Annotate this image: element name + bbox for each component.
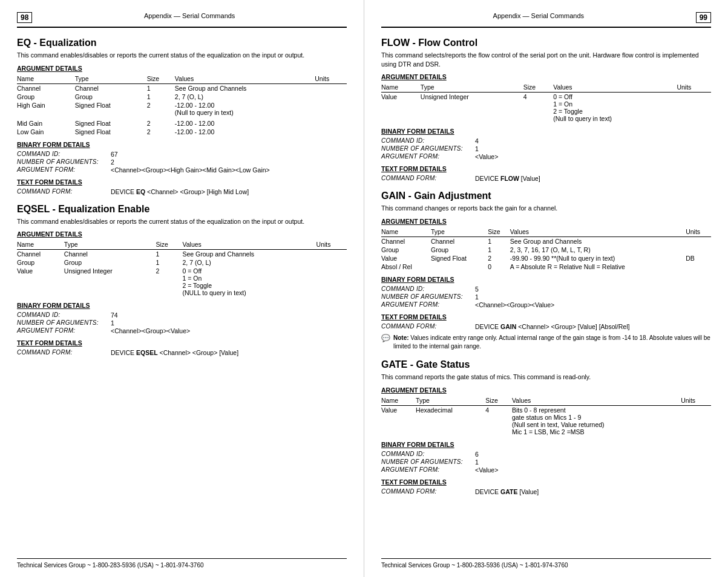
- eq-section: EQ - Equalization This command enables/d…: [17, 37, 347, 195]
- table-row: Value Signed Float 2 -99.90 - 99.90 **(N…: [381, 254, 711, 262]
- gate-arg-label: ARGUMENT DETAILS: [381, 386, 711, 394]
- eq-title: EQ - Equalization: [17, 37, 347, 48]
- flow-text-details: Command Form: DEVICE FLOW [Value]: [381, 175, 711, 182]
- eqsel-desc: This command enables/disables or reports…: [17, 217, 347, 226]
- right-header-title: Appendix — Serial Commands: [387, 12, 690, 19]
- gate-binary-details: Command ID: 6 Number of Arguments: 1 Arg…: [381, 451, 711, 474]
- page-left: 98 Appendix — Serial Commands EQ - Equal…: [0, 0, 364, 577]
- table-row: Group Group 1 2, 7 (O, L): [17, 93, 347, 101]
- eq-th-values: Values: [175, 74, 315, 84]
- flow-arg-label: ARGUMENT DETAILS: [381, 73, 711, 80]
- right-footer: Technical Services Group ~ 1-800-283-593…: [381, 558, 711, 569]
- flow-th-units: Units: [677, 83, 711, 93]
- gain-binary-details: Command ID: 5 Number of Arguments: 1 Arg…: [381, 285, 711, 308]
- right-page-num: 99: [696, 12, 711, 23]
- gain-desc: This command changes or reports back the…: [381, 204, 711, 213]
- eq-th-name: Name: [17, 74, 75, 84]
- gate-th-values: Values: [512, 396, 681, 406]
- gate-desc: This command reports the gate status of …: [381, 373, 711, 382]
- eqsel-title: EQSEL - Equalization Enable: [17, 204, 347, 215]
- eq-table: Name Type Size Values Units Channel Chan…: [17, 74, 347, 136]
- gate-th-units: Units: [681, 396, 711, 406]
- eqsel-arg-label: ARGUMENT DETAILS: [17, 230, 347, 238]
- eq-desc: This command enables/disables or reports…: [17, 51, 347, 60]
- eq-text-label: TEXT FORM DETAILS: [17, 178, 347, 186]
- table-row: High Gain Signed Float 2 -12.00 - 12.00(…: [17, 101, 347, 117]
- flow-binary-details: Command ID: 4 Number of Arguments: 1 Arg…: [381, 137, 711, 160]
- eq-binary-details: Command ID: 67 Number of Arguments: 2 Ar…: [17, 151, 347, 174]
- gain-text-details: Command Form: DEVICE GAIN <Channel> <Gro…: [381, 323, 711, 330]
- table-row: Value Unsigned Integer 4 0 = Off1 = On2 …: [381, 93, 711, 123]
- page-right: Appendix — Serial Commands 99 FLOW - Flo…: [364, 0, 728, 577]
- eq-arg-label: ARGUMENT DETAILS: [17, 65, 347, 72]
- eqsel-th-size: Size: [156, 240, 182, 250]
- note-icon: 💬: [381, 333, 390, 344]
- table-row: Value Unsigned Integer 2 0 = Off1 = On2 …: [17, 267, 347, 297]
- gate-text-label: TEXT FORM DETAILS: [381, 478, 711, 486]
- left-page-num: 98: [17, 12, 32, 23]
- flow-section: FLOW - Flow Control This command selects…: [381, 37, 711, 182]
- gain-title: GAIN - Gain Adjustment: [381, 191, 711, 201]
- eq-th-size: Size: [147, 74, 175, 84]
- gain-th-name: Name: [381, 227, 431, 237]
- eqsel-binary-details: Command ID: 74 Number of Arguments: 1 Ar…: [17, 311, 347, 334]
- gain-th-values: Values: [510, 227, 686, 237]
- table-row: Low Gain Signed Float 2 -12.00 - 12.00: [17, 128, 347, 136]
- gain-table: Name Type Size Values Units Channel Chan…: [381, 227, 711, 271]
- table-row: Channel Channel 1 See Group and Channels: [381, 237, 711, 246]
- eq-th-units: Units: [315, 74, 347, 84]
- flow-text-label: TEXT FORM DETAILS: [381, 165, 711, 172]
- gate-section: GATE - Gate Status This command reports …: [381, 359, 711, 495]
- flow-title: FLOW - Flow Control: [381, 37, 711, 48]
- gate-table: Name Type Size Values Units Value Hexade…: [381, 396, 711, 436]
- eq-th-type: Type: [75, 74, 147, 84]
- flow-table: Name Type Size Values Units Value Unsign…: [381, 83, 711, 123]
- gain-section: GAIN - Gain Adjustment This command chan…: [381, 191, 711, 351]
- left-header-title: Appendix — Serial Commands: [38, 12, 341, 19]
- flow-th-name: Name: [381, 83, 421, 93]
- flow-th-size: Size: [523, 83, 553, 93]
- right-header: Appendix — Serial Commands 99: [381, 12, 711, 28]
- eqsel-th-units: Units: [316, 240, 347, 250]
- flow-desc: This command selects/reports the flow co…: [381, 51, 711, 68]
- gain-th-units: Units: [686, 227, 711, 237]
- gain-arg-label: ARGUMENT DETAILS: [381, 218, 711, 225]
- eqsel-text-label: TEXT FORM DETAILS: [17, 339, 347, 347]
- gate-th-type: Type: [416, 396, 485, 406]
- eqsel-th-type: Type: [64, 240, 156, 250]
- eqsel-table: Name Type Size Values Units Channel Chan…: [17, 240, 347, 297]
- eq-text-details: Command Form: DEVICE EQ <Channel> <Group…: [17, 188, 347, 195]
- gate-title: GATE - Gate Status: [381, 359, 711, 370]
- eqsel-binary-label: BINARY FORM DETAILS: [17, 302, 347, 309]
- table-row: Absol / Rel 0 A = Absolute R = Relative …: [381, 262, 711, 271]
- gain-th-size: Size: [488, 227, 510, 237]
- eqsel-text-details: Command Form: DEVICE EQSEL <Channel> <Gr…: [17, 349, 347, 356]
- page-container: 98 Appendix — Serial Commands EQ - Equal…: [0, 0, 728, 577]
- table-row: Group Group 1 2, 7 (O, L): [17, 258, 347, 267]
- eq-binary-label: BINARY FORM DETAILS: [17, 141, 347, 148]
- eqsel-th-values: Values: [182, 240, 316, 250]
- gate-text-details: Command Form: DEVICE GATE [Value]: [381, 488, 711, 495]
- flow-binary-label: BINARY FORM DETAILS: [381, 128, 711, 135]
- gain-note: 💬 Note: Values indicate entry range only…: [381, 334, 711, 351]
- left-footer: Technical Services Group ~ 1-800-283-593…: [17, 558, 347, 569]
- gate-th-name: Name: [381, 396, 416, 406]
- table-row: Value Hexadecimal 4 Bits 0 - 8 represent…: [381, 405, 711, 436]
- flow-th-type: Type: [421, 83, 523, 93]
- left-header: 98 Appendix — Serial Commands: [17, 12, 347, 28]
- flow-th-values: Values: [553, 83, 677, 93]
- gain-note-text: Note: Values indicate entry range only. …: [393, 334, 711, 351]
- table-row: Channel Channel 1 See Group and Channels: [17, 83, 347, 93]
- gain-text-label: TEXT FORM DETAILS: [381, 313, 711, 321]
- table-row: Group Group 1 2, 3, 7, 16, 17 (O, M, L, …: [381, 246, 711, 254]
- gain-binary-label: BINARY FORM DETAILS: [381, 276, 711, 283]
- eqsel-th-name: Name: [17, 240, 64, 250]
- gain-th-type: Type: [431, 227, 488, 237]
- gate-th-size: Size: [485, 396, 512, 406]
- table-row: Mid Gain Signed Float 2 -12.00 - 12.00: [17, 119, 347, 128]
- eqsel-section: EQSEL - Equalization Enable This command…: [17, 204, 347, 357]
- gate-binary-label: BINARY FORM DETAILS: [381, 441, 711, 448]
- table-row: Channel Channel 1 See Group and Channels: [17, 250, 347, 259]
